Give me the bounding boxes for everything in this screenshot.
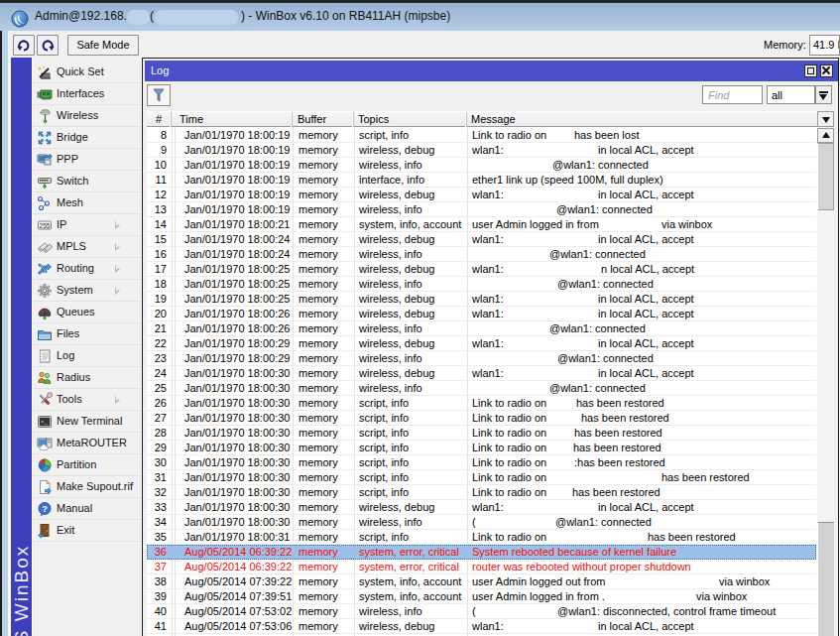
svg-text:?: ? (42, 504, 48, 514)
svg-text:255: 255 (40, 222, 51, 229)
svg-text:>_: >_ (41, 419, 48, 426)
